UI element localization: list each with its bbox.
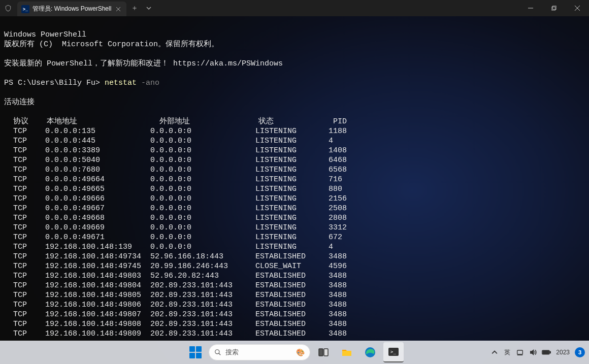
search-placeholder: 搜索 [225,348,239,357]
netstat-table: 协议 本地地址 外部地址 状态 PID TCP 0.0.0.0:135 0.0.… [4,117,347,338]
svg-rect-10 [324,349,328,356]
battery-icon[interactable] [542,348,551,357]
svg-point-7 [215,350,219,354]
svg-line-8 [219,353,221,355]
edge-icon [364,346,376,358]
task-view-icon [317,346,330,358]
notification-badge[interactable]: 3 [575,347,585,357]
terminal-taskbar-button[interactable]: >_ [383,342,404,362]
taskbar: 搜索 🎨 >_ 英 2 [0,341,589,364]
svg-rect-18 [550,352,551,353]
terminal-icon: >_ [387,346,400,358]
tab-title: 管理员: Windows PowerShell [32,5,111,13]
search-decoration-icon: 🎨 [296,348,305,356]
banner-line: 版权所有 (C) Microsoft Corporation。保留所有权利。 [4,40,219,49]
svg-rect-19 [543,351,549,354]
windows-logo-icon [189,346,202,358]
folder-icon [341,346,353,358]
powershell-icon: >_ [21,5,29,13]
file-explorer-button[interactable] [337,342,357,362]
svg-text:>_: >_ [390,349,396,354]
network-icon[interactable] [515,348,525,357]
system-tray: 英 2023 3 [490,347,585,357]
tab-powershell[interactable]: >_ 管理员: Windows PowerShell [17,2,126,16]
maximize-button[interactable] [542,0,566,16]
taskbar-center: 搜索 🎨 >_ [185,342,404,362]
svg-rect-4 [553,6,557,10]
admin-shield-icon [0,0,16,16]
tray-overflow-button[interactable] [490,348,499,357]
new-tab-button[interactable]: ＋ [126,0,143,16]
notification-count: 3 [578,349,581,355]
clock[interactable]: 2023 [556,349,570,356]
edge-button[interactable] [360,342,380,362]
svg-rect-14 [517,350,523,354]
svg-rect-9 [319,349,323,356]
search-box[interactable]: 搜索 🎨 [209,344,310,360]
svg-rect-3 [552,7,555,11]
window-controls [519,0,589,16]
svg-marker-16 [531,350,534,354]
section-header: 活动连接 [4,98,35,107]
terminal-output[interactable]: Windows PowerShell 版权所有 (C) Microsoft Co… [0,16,589,339]
volume-icon[interactable] [529,348,538,357]
search-icon [214,349,221,356]
tab-close-button[interactable] [114,5,122,13]
window-titlebar: >_ 管理员: Windows PowerShell ＋ [0,0,589,16]
prompt: PS C:\Users\Billy Fu> [4,79,105,87]
banner-line: 安装最新的 PowerShell，了解新功能和改进！ https://aka.m… [4,59,283,68]
close-button[interactable] [566,0,589,16]
minimize-button[interactable] [519,0,542,16]
start-button[interactable] [185,342,206,362]
command-name: netstat [105,79,137,87]
command-arg: -ano [137,79,159,87]
task-view-button[interactable] [313,342,334,362]
ime-indicator[interactable]: 英 [504,348,510,357]
banner-line: Windows PowerShell [4,30,86,39]
tab-dropdown-button[interactable] [143,0,155,16]
